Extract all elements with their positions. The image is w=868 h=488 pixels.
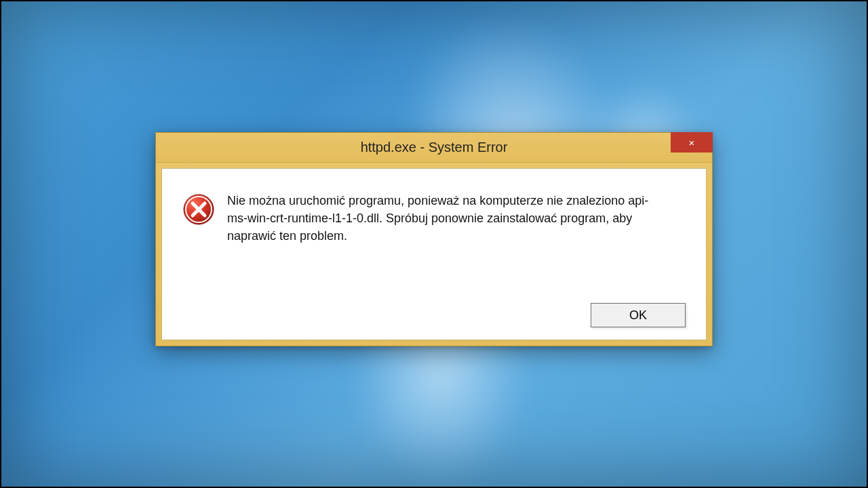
dialog-border: Nie można uruchomić programu, ponieważ n… bbox=[156, 163, 712, 346]
dialog-title: httpd.exe - System Error bbox=[361, 140, 508, 155]
dialog-button-row: OK bbox=[182, 296, 686, 327]
close-icon: × bbox=[689, 138, 695, 148]
ok-button[interactable]: OK bbox=[591, 303, 686, 327]
dialog-body: Nie można uruchomić programu, ponieważ n… bbox=[161, 168, 707, 340]
dialog-content: Nie można uruchomić programu, ponieważ n… bbox=[182, 192, 686, 296]
error-message: Nie można uruchomić programu, ponieważ n… bbox=[227, 192, 661, 245]
close-button[interactable]: × bbox=[671, 132, 713, 152]
error-dialog: httpd.exe - System Error × bbox=[155, 132, 713, 346]
error-icon bbox=[182, 193, 215, 226]
dialog-titlebar[interactable]: httpd.exe - System Error × bbox=[156, 133, 712, 163]
